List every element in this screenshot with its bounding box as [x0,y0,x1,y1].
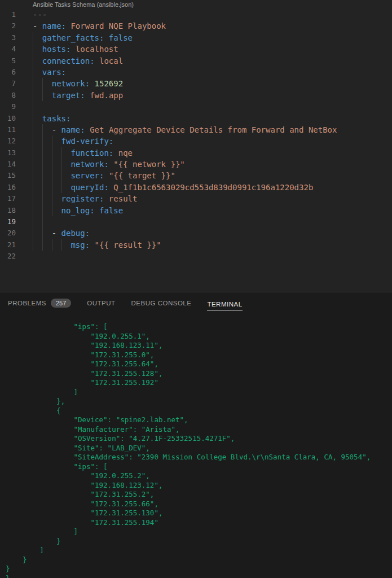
code-text: --- [33,9,47,20]
line-number[interactable]: 14 [0,159,16,170]
line-number[interactable]: 9 [0,101,16,112]
code-line[interactable]: 11 - name: Get Aggregate Device Details … [0,124,392,135]
line-number[interactable]: 7 [0,78,16,89]
code-line[interactable]: 6 vars: [0,67,392,78]
terminal-line: "192.168.123.11", [0,341,392,351]
line-number[interactable]: 20 [0,227,16,239]
terminal-line: "172.31.255.66", [0,500,392,509]
code-text: target: fwd.app [33,90,123,101]
terminal-line: "OSVersion": "4.27.1F-25332515.4271F", [0,434,392,444]
code-line[interactable]: 10 tasks: [0,113,392,124]
code-line[interactable]: 12 fwd-verify: [0,135,392,147]
code-line[interactable]: 15 server: "{{ target }}" [0,170,392,181]
terminal-line: "Site": "LAB_DEV", [0,444,392,453]
tab-label: TERMINAL [207,301,242,308]
code-editor[interactable]: Ansible Tasks Schema (ansible.json) 1---… [0,0,392,292]
terminal-line: "Device": "spine2.lab.net", [0,415,392,425]
terminal-line: ] [0,527,392,537]
code-text: queryId: Q_1f1b1c6563029cd553d839d0991c1… [33,182,313,193]
line-number[interactable]: 6 [0,67,16,78]
bottom-panel: PROBLEMS257OUTPUTDEBUG CONSOLETERMINAL "… [0,292,392,578]
indent-guide [42,216,43,227]
terminal-line: "ips": [ [0,462,392,472]
problems-count-badge: 257 [51,299,71,308]
code-line[interactable]: 22 [0,251,392,262]
terminal-line: } [0,555,392,565]
code-line[interactable]: 9 [0,101,392,112]
code-text: hosts: localhost [33,43,118,55]
code-line[interactable]: 8 target: fwd.app [0,90,392,101]
line-number[interactable]: 4 [0,43,16,55]
code-text: vars: [33,67,66,78]
line-number[interactable]: 16 [0,182,16,193]
code-line[interactable]: 2- name: Forward NQE Playbook [0,20,392,32]
code-line[interactable]: 4 hosts: localhost [0,43,392,55]
code-line[interactable]: 17 register: result [0,193,392,204]
line-number[interactable]: 12 [0,135,16,147]
code-line[interactable]: 14 network: "{{ network }}" [0,159,392,170]
terminal-line: } [0,574,392,578]
code-text: connection: local [33,55,123,67]
code-line[interactable]: 18 no_log: false [0,205,392,216]
terminal-line: } [0,564,392,574]
code-text: no_log: false [33,205,123,216]
code-text: fwd-verify: [33,135,113,147]
terminal-line: "172.31.255.64", [0,360,392,369]
line-number[interactable]: 15 [0,170,16,181]
terminal-line: "SiteAddress": "2390 Mission College Blv… [0,453,392,462]
code-text: - name: Get Aggregate Device Details fro… [33,124,337,135]
terminal-line: "192.0.255.1", [0,332,392,341]
code-text: server: "{{ target }}" [33,170,175,181]
terminal-line: { [0,406,392,416]
terminal-line: ] [0,546,392,555]
code-line[interactable]: 1--- [0,9,392,20]
line-number[interactable]: 8 [0,90,16,101]
line-number[interactable]: 22 [0,251,16,262]
code-line[interactable]: 20 - debug: [0,227,392,239]
code-line[interactable]: 21 msg: "{{ result }}" [0,239,392,251]
tab-output[interactable]: OUTPUT [87,300,115,308]
terminal-line: "172.31.255.128", [0,369,392,379]
code-text: msg: "{{ result }}" [33,239,161,251]
code-line[interactable]: 19 [0,216,392,227]
panel-tabs: PROBLEMS257OUTPUTDEBUG CONSOLETERMINAL [0,292,392,315]
line-number[interactable]: 13 [0,147,16,159]
line-number[interactable]: 17 [0,193,16,204]
terminal-line: "192.168.123.12", [0,481,392,491]
code-line[interactable]: 3 gather_facts: false [0,32,392,43]
line-number[interactable]: 2 [0,20,16,32]
code-line[interactable]: 16 queryId: Q_1f1b1c6563029cd553d839d099… [0,182,392,193]
code-text: network: "{{ network }}" [33,159,185,170]
terminal-line: }, [0,397,392,406]
line-number[interactable]: 19 [0,216,16,227]
code-text: - name: Forward NQE Playbook [33,20,166,32]
line-number[interactable]: 18 [0,205,16,216]
terminal-line: "172.31.255.194" [0,518,392,528]
code-line[interactable]: 5 connection: local [0,55,392,67]
line-number[interactable]: 10 [0,113,16,124]
terminal-line: "ips": [ [0,322,392,332]
line-number[interactable]: 21 [0,239,16,251]
code-text: - debug: [33,227,90,239]
tab-label: OUTPUT [87,300,115,306]
terminal-line: "172.31.255.192" [0,378,392,388]
indent-guide [33,216,33,227]
line-number[interactable]: 1 [0,9,16,20]
vscode-window: Ansible Tasks Schema (ansible.json) 1---… [0,0,392,578]
tab-label: DEBUG CONSOLE [131,300,192,306]
tab-label: PROBLEMS [8,300,46,306]
tab-terminal[interactable]: TERMINAL [207,301,242,310]
line-number[interactable]: 5 [0,55,16,67]
code-line[interactable]: 13 function: nqe [0,147,392,159]
tab-debug-console[interactable]: DEBUG CONSOLE [131,300,192,308]
terminal-line: "Manufacturer": "Arista", [0,425,392,435]
terminal-line: "172.31.255.130", [0,509,392,518]
line-number[interactable]: 11 [0,124,16,135]
code-text: function: nqe [33,147,133,159]
tab-problems[interactable]: PROBLEMS257 [8,299,71,309]
code-line[interactable]: 7 network: 152692 [0,78,392,89]
terminal-output[interactable]: "ips": [ "192.0.255.1", "192.168.123.11"… [0,322,392,578]
terminal-line: ] [0,388,392,397]
editor-lines: 1---2- name: Forward NQE Playbook3 gathe… [0,9,392,262]
line-number[interactable]: 3 [0,32,16,43]
